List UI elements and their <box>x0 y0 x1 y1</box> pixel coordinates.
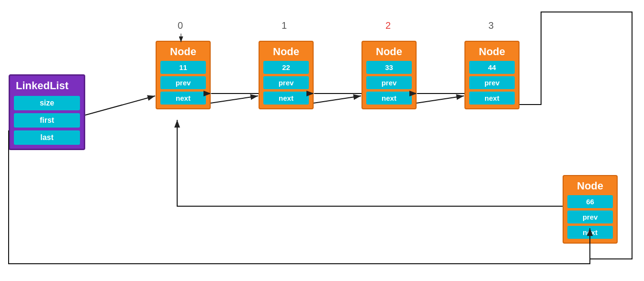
node-2-next: next <box>366 92 412 105</box>
node-1: Node 22 prev next <box>259 41 314 109</box>
svg-line-4 <box>211 96 258 103</box>
linked-list-title: LinkedList <box>14 80 80 92</box>
index-1: 1 <box>282 20 287 31</box>
node-4-value: 66 <box>567 195 613 208</box>
node-2-prev: prev <box>366 76 412 89</box>
node-0-next: next <box>160 92 206 105</box>
node-4-prev: prev <box>567 211 613 223</box>
svg-line-3 <box>85 96 155 115</box>
arrows-svg <box>0 0 644 281</box>
node-3-value: 44 <box>469 61 515 74</box>
node-1-value: 22 <box>263 61 309 74</box>
node-4-next: next <box>567 226 613 239</box>
node-1-prev: prev <box>263 76 309 89</box>
node-0-title: Node <box>160 46 206 58</box>
linked-list-box: LinkedList size first last <box>9 74 85 150</box>
node-2-title: Node <box>366 46 412 58</box>
node-3-next: next <box>469 92 515 105</box>
node-1-next: next <box>263 92 309 105</box>
node-4-title: Node <box>567 180 613 192</box>
node-1-title: Node <box>263 46 309 58</box>
ll-field-last: last <box>14 130 80 145</box>
index-3: 3 <box>488 20 494 31</box>
diagram: LinkedList size first last 0 1 2 3 Node … <box>0 0 644 281</box>
node-0-prev: prev <box>160 76 206 89</box>
node-2: Node 33 prev next <box>362 41 417 109</box>
node-4: Node 66 prev next <box>563 175 618 244</box>
node-3: Node 44 prev next <box>464 41 520 109</box>
index-2: 2 <box>385 20 391 31</box>
svg-line-6 <box>314 96 361 103</box>
node-3-title: Node <box>469 46 515 58</box>
node-3-prev: prev <box>469 76 515 89</box>
svg-line-8 <box>417 96 464 103</box>
node-2-value: 33 <box>366 61 412 74</box>
ll-field-size: size <box>14 96 80 110</box>
ll-field-first: first <box>14 113 80 128</box>
index-0: 0 <box>178 20 183 31</box>
node-0-value: 11 <box>160 61 206 74</box>
node-0: Node 11 prev next <box>156 41 211 109</box>
